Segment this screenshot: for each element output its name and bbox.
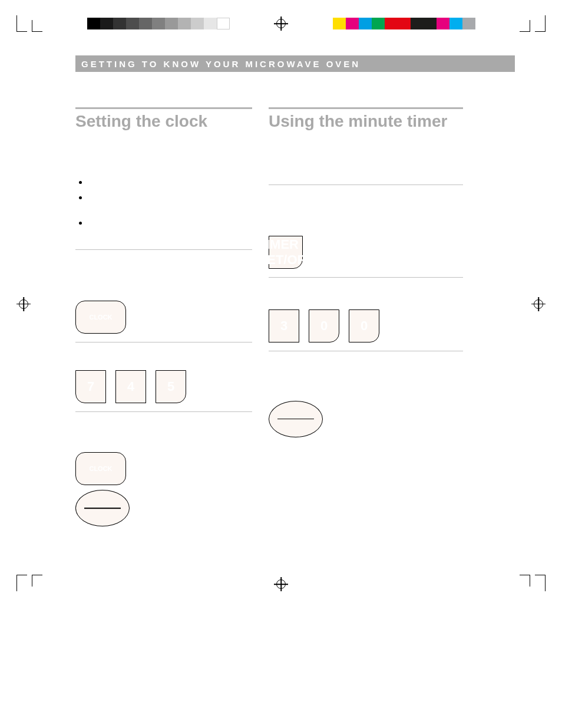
intro-text: Use the microwave oven as a minute timer… [269,140,463,172]
clock-button-icon: CLOCK [75,452,126,485]
timer-button-icon: TIMER SET/OFF [269,236,303,269]
page-content: GETTING TO KNOW YOUR MICROWAVE OVEN Sett… [0,0,562,607]
keypad-example: 3 0 0 [269,309,463,342]
keypad-digit-icon: 7 [75,370,106,403]
start-button-icon [75,490,130,526]
column-setting-clock: Setting the clock When you first plug in… [75,107,252,554]
list-item: When the oven is first plugged in, the d… [75,193,252,213]
heading-setting-clock: Setting the clock [75,113,252,130]
note-text: NOTE: To cancel the minute timer during … [269,454,463,482]
note-text: NOTE: To use the minute timer during coo… [269,486,463,513]
step-body: You will see the Command Display prompt … [75,272,252,292]
step-body: The display shows the Command Display pr… [269,207,463,228]
crop-marks-bottom-right [520,575,546,591]
crop-marks-bottom-left [16,575,42,591]
intro-text: When you first plug in your microwave ov… [75,140,252,172]
clock-button-icon: CLOCK [75,301,126,334]
keypad-digit-icon: 0 [349,309,379,342]
step-body: The display will count down the time. [269,382,463,393]
step-heading: 3. Press the CLOCK pad or the START pad. [75,423,252,431]
step-body: You will see the time of day on the disp… [75,434,252,444]
step-heading: 1. Press the TIMER SET/OFF pad. [269,196,463,205]
keypad-digit-icon: 4 [115,370,146,403]
column-minute-timer: Using the minute timer Use the microwave… [269,107,463,554]
heading-minute-timer: Using the minute timer [269,113,463,130]
note-text: NOTE: The timer does not start microwave… [269,442,463,452]
list-item: If time entry is not necessary, press th… [75,218,252,239]
keypad-example: 7 4 5 [75,370,252,403]
divider [75,107,252,109]
start-button-icon [269,401,323,437]
step-heading: 3. Press the TIMER SET/OFF pad or the ST… [269,362,463,380]
note-text: NOTE: If the cooking time ends before th… [269,517,463,554]
note-text: NOTE: To reset the clock, repeat Steps 1… [75,531,252,541]
list-item: The clock is a 12-hour clock. [75,177,252,188]
keypad-digit-icon: 0 [309,309,339,342]
printer-registration-bottom [0,572,562,591]
keypad-digit-icon: 5 [156,370,186,403]
bullet-list: The clock is a 12-hour clock. When the o… [75,177,252,239]
page-number: 6 [29,561,34,570]
divider [269,107,463,109]
step-heading: 2. Press the number pads to enter the co… [75,353,252,362]
step-heading: 2. Press the number pads to enter the ti… [269,288,463,306]
keypad-digit-icon: 3 [269,309,299,342]
registration-mark-icon [274,577,288,591]
section-header: GETTING TO KNOW YOUR MICROWAVE OVEN [75,55,515,72]
step-heading: 1. Press the CLOCK pad. [75,261,252,269]
